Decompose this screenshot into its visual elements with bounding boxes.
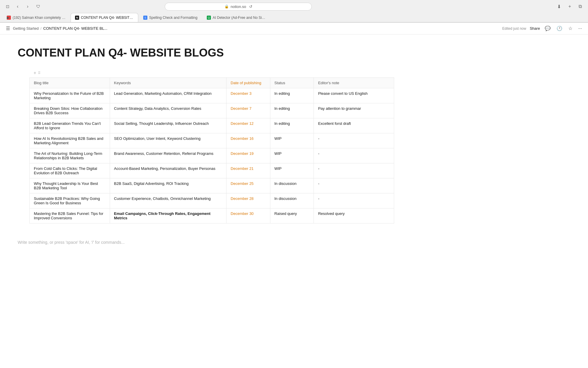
browser-actions: ⬇ + ⧉ [555, 2, 584, 11]
download-button[interactable]: ⬇ [555, 2, 563, 11]
cell-blog_title[interactable]: Mastering the B2B Sales Funnel: Tips for… [30, 208, 110, 223]
col-header-notes: Editor's note [314, 77, 394, 88]
cell-keywords[interactable]: SEO Optimization, User Intent, Keyword C… [110, 133, 226, 148]
edited-timestamp: Edited just now [502, 26, 526, 31]
table-row: Why Thought Leadership Is Your Best B2B … [30, 178, 394, 193]
cell-notes[interactable]: - [314, 178, 394, 193]
cell-notes[interactable]: Excellent forst draft [314, 118, 394, 133]
tab-favicon-notion: N [75, 16, 79, 20]
tab-label-youtube: (192) Salman Khan completely exposed Ash… [13, 16, 66, 20]
table-row: Why Personalization Is the Future of B2B… [30, 88, 394, 103]
browser-toolbar: ⊡ ‹ › 🛡 🔒 notion.so ↺ ⬇ + ⧉ [0, 0, 588, 13]
cell-blog_title[interactable]: How AI Is Revolutionizing B2B Sales and … [30, 133, 110, 148]
col-header-keywords: Keywords [110, 77, 226, 88]
tab-label-ai: AI Detector (Ad-Free and No Sign-up Requ… [213, 16, 266, 20]
cell-blog_title[interactable]: Why Thought Leadership Is Your Best B2B … [30, 178, 110, 193]
cell-notes[interactable]: Pay attention to grammar [314, 103, 394, 118]
new-tab-button[interactable]: + [566, 2, 574, 11]
page-content: CONTENT PLAN Q4- WEBSITE BLOGS + ⠿ Blog … [0, 34, 412, 235]
breadcrumb: Getting Started / CONTENT PLAN Q4- WEBSI… [13, 26, 107, 31]
cell-notes[interactable]: - [314, 163, 394, 178]
cell-blog_title[interactable]: Breaking Down Silos: How Collaboration D… [30, 103, 110, 118]
table-header-row: Blog title Keywords Date of publishing S… [30, 77, 394, 88]
share-button[interactable]: Share [530, 26, 540, 31]
tabs-bar: ▶(192) Salman Khan completely exposed As… [0, 13, 588, 22]
drag-handle-icon[interactable]: ⠿ [38, 71, 41, 75]
cell-notes[interactable]: Please convert to US English [314, 88, 394, 103]
cell-notes[interactable]: - [314, 148, 394, 163]
cell-date[interactable]: December 16 [226, 133, 270, 148]
reload-icon[interactable]: ↺ [249, 4, 252, 9]
nav-left: ☰ Getting Started / CONTENT PLAN Q4- WEB… [5, 24, 107, 32]
cell-blog_title[interactable]: The Art of Nurturing: Building Long-Term… [30, 148, 110, 163]
browser-tab-notion[interactable]: NCONTENT PLAN Q4- WEBSITE BLOGS [71, 13, 138, 22]
cell-blog_title[interactable]: B2B Lead Generation Trends You Can't Aff… [30, 118, 110, 133]
forward-button[interactable]: › [24, 2, 32, 11]
tab-label-notion: CONTENT PLAN Q4- WEBSITE BLOGS [81, 16, 134, 20]
col-header-status: Status [270, 77, 314, 88]
cell-keywords[interactable]: Customer Experience, Chatbots, Omnichann… [110, 193, 226, 208]
more-options-icon[interactable]: ··· [577, 25, 583, 32]
cell-keywords[interactable]: Email Campaigns, Click-Through Rates, En… [110, 208, 226, 223]
breadcrumb-current: CONTENT PLAN Q4- WEBSITE BL... [43, 26, 107, 31]
browser-controls: ⊡ ‹ › [4, 2, 32, 11]
cell-status[interactable]: In discussion [270, 178, 314, 193]
menu-icon[interactable]: ☰ [5, 24, 11, 32]
cell-keywords[interactable]: Content Strategy, Data Analytics, Conver… [110, 103, 226, 118]
comment-icon[interactable]: 💬 [544, 24, 552, 32]
cell-date[interactable]: December 7 [226, 103, 270, 118]
row-controls: + ⠿ [29, 69, 394, 77]
cell-keywords[interactable]: Social Selling, Thought Leadership, Infl… [110, 118, 226, 133]
cell-date[interactable]: December 3 [226, 88, 270, 103]
history-icon[interactable]: 🕐 [555, 24, 564, 32]
cell-notes[interactable]: - [314, 193, 394, 208]
table-row: B2B Lead Generation Trends You Can't Aff… [30, 118, 394, 133]
page-title: CONTENT PLAN Q4- WEBSITE BLOGS [18, 46, 394, 60]
cell-status[interactable]: In editing [270, 88, 314, 103]
page-placeholder[interactable]: Write something, or press 'space' for AI… [0, 235, 588, 249]
cell-keywords[interactable]: Account-Based Marketing, Personalization… [110, 163, 226, 178]
table-row: The Art of Nurturing: Building Long-Term… [30, 148, 394, 163]
col-header-blog-title: Blog title [30, 77, 110, 88]
browser-chrome: ⊡ ‹ › 🛡 🔒 notion.so ↺ ⬇ + ⧉ ▶(192) Salma… [0, 0, 588, 23]
cell-keywords[interactable]: Brand Awareness, Customer Retention, Ref… [110, 148, 226, 163]
cell-date[interactable]: December 30 [226, 208, 270, 223]
back-button[interactable]: ‹ [14, 2, 22, 11]
shield-icon: 🛡 [35, 3, 42, 10]
tab-overview-button[interactable]: ⊡ [4, 2, 12, 11]
cell-status[interactable]: Raised query [270, 208, 314, 223]
windows-button[interactable]: ⧉ [576, 2, 584, 11]
cell-status[interactable]: WIP [270, 148, 314, 163]
cell-status[interactable]: WIP [270, 133, 314, 148]
browser-tab-spelling[interactable]: SSpelling Check and Formatting [139, 13, 202, 22]
cell-date[interactable]: December 21 [226, 163, 270, 178]
cell-keywords[interactable]: Lead Generation, Marketing Automation, C… [110, 88, 226, 103]
cell-date[interactable]: December 28 [226, 193, 270, 208]
favorite-icon[interactable]: ☆ [567, 24, 574, 32]
browser-tab-youtube[interactable]: ▶(192) Salman Khan completely exposed As… [2, 13, 70, 22]
cell-date[interactable]: December 19 [226, 148, 270, 163]
cell-status[interactable]: In discussion [270, 193, 314, 208]
cell-date[interactable]: December 12 [226, 118, 270, 133]
cell-blog_title[interactable]: Why Personalization Is the Future of B2B… [30, 88, 110, 103]
nav-right: Edited just now Share 💬 🕐 ☆ ··· [502, 24, 583, 32]
notion-nav: ☰ Getting Started / CONTENT PLAN Q4- WEB… [0, 23, 588, 34]
cell-blog_title[interactable]: From Cold Calls to Clicks: The Digital E… [30, 163, 110, 178]
add-row-icon[interactable]: + [34, 70, 36, 76]
browser-tab-ai[interactable]: QAI Detector (Ad-Free and No Sign-up Req… [202, 13, 270, 22]
table-row: Breaking Down Silos: How Collaboration D… [30, 103, 394, 118]
tab-label-spelling: Spelling Check and Formatting [149, 16, 197, 20]
table-row: Sustainable B2B Practices: Why Going Gre… [30, 193, 394, 208]
cell-status[interactable]: WIP [270, 163, 314, 178]
cell-status[interactable]: In editing [270, 118, 314, 133]
address-bar[interactable]: 🔒 notion.so ↺ [165, 3, 312, 11]
cell-date[interactable]: December 25 [226, 178, 270, 193]
col-header-date: Date of publishing [226, 77, 270, 88]
breadcrumb-parent[interactable]: Getting Started [13, 26, 39, 31]
cell-status[interactable]: In editing [270, 103, 314, 118]
cell-notes[interactable]: Resolved query [314, 208, 394, 223]
table-row: How AI Is Revolutionizing B2B Sales and … [30, 133, 394, 148]
cell-blog_title[interactable]: Sustainable B2B Practices: Why Going Gre… [30, 193, 110, 208]
cell-keywords[interactable]: B2B SaaS, Digital Advertising, ROI Track… [110, 178, 226, 193]
cell-notes[interactable]: - [314, 133, 394, 148]
